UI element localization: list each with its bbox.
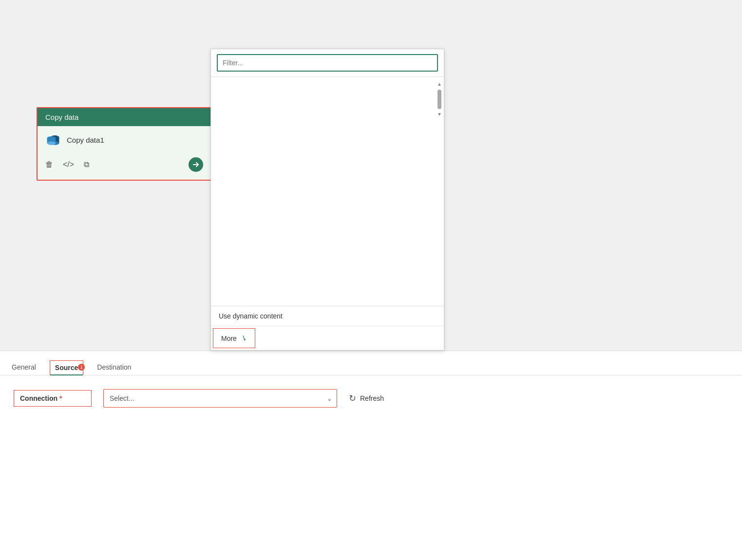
tabs-bar: General Source 1 Destination: [0, 351, 742, 375]
connection-select-wrap: Select... ⌄: [103, 389, 337, 408]
database-icon: [45, 132, 61, 148]
connection-label: Connection *: [14, 390, 92, 407]
more-label: More: [221, 335, 237, 342]
dropdown-popup: ▲ ▼ Use dynamic content More ✓: [210, 49, 444, 351]
svg-point-5: [47, 142, 56, 145]
tab-general[interactable]: General: [10, 357, 38, 375]
filter-input-wrap: [211, 49, 444, 77]
scrollbar-thumb[interactable]: [438, 90, 441, 109]
dropdown-footer: Use dynamic content More ✓: [211, 306, 444, 348]
code-icon[interactable]: </>: [63, 160, 74, 169]
dropdown-list-area: ▲ ▼: [211, 77, 444, 306]
scrollbar-down-arrow[interactable]: ▼: [437, 111, 442, 118]
bottom-panel: General Source 1 Destination Connection …: [0, 351, 742, 560]
connection-select[interactable]: Select...: [103, 389, 337, 408]
tab-source[interactable]: Source 1: [50, 360, 83, 375]
copy-data-item: Copy data1: [45, 132, 203, 148]
scrollbar-up-arrow[interactable]: ▲: [437, 81, 442, 88]
refresh-icon: ↻: [349, 393, 356, 404]
navigate-arrow-button[interactable]: [189, 157, 203, 172]
copy-data-body: Copy data1 🗑 </> ⧉: [38, 126, 211, 180]
delete-icon[interactable]: 🗑: [45, 160, 53, 169]
connection-field-row: Connection * Select... ⌄ ↻ Refresh: [14, 389, 728, 408]
use-dynamic-content-option[interactable]: Use dynamic content: [211, 306, 444, 326]
panel-content: Connection * Select... ⌄ ↻ Refresh: [0, 375, 742, 431]
copy-data-item-name: Copy data1: [67, 136, 104, 144]
checkmark-arrow-icon: ✓: [239, 333, 248, 343]
source-tab-badge: 1: [78, 364, 85, 371]
copy-data-header: Copy data: [38, 108, 211, 126]
copy-data-actions: 🗑 </> ⧉: [45, 155, 203, 172]
refresh-label: Refresh: [360, 394, 384, 402]
refresh-button[interactable]: ↻ Refresh: [349, 393, 384, 404]
scrollbar: ▲ ▼: [437, 81, 442, 118]
copy-data-card: Copy data Copy data1 🗑 </> ⧉: [37, 107, 212, 181]
more-option[interactable]: More ✓: [213, 328, 255, 348]
required-star: *: [59, 394, 62, 402]
tab-destination[interactable]: Destination: [95, 357, 133, 375]
filter-input[interactable]: [217, 54, 438, 72]
copy-icon[interactable]: ⧉: [84, 160, 89, 169]
